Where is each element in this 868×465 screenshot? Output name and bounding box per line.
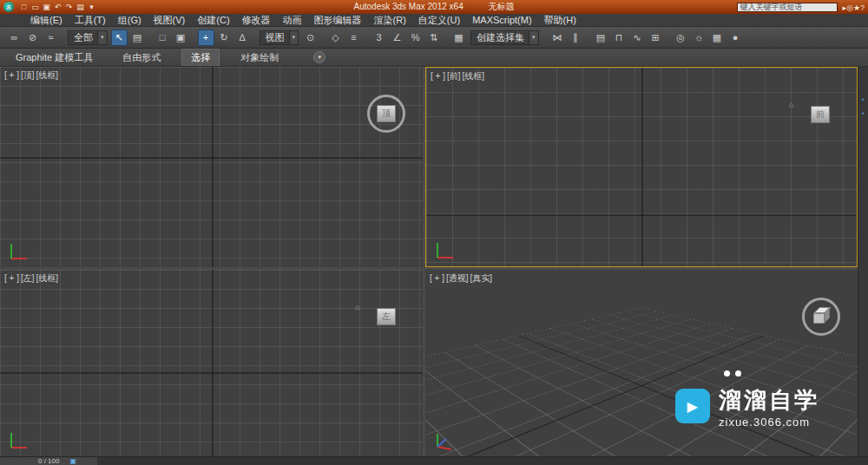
- project-folder-icon[interactable]: ▤: [75, 3, 86, 11]
- viewport-front[interactable]: [ + ][前][线框] ⌂ 前: [425, 67, 858, 267]
- viewcube[interactable]: 顶: [365, 93, 407, 134]
- open-file-icon[interactable]: ▭: [30, 3, 41, 11]
- select-object-icon[interactable]: ↖: [111, 29, 128, 46]
- search-input[interactable]: [737, 3, 838, 12]
- viewcube-face[interactable]: 前: [811, 106, 830, 123]
- menu-item-6[interactable]: 动画: [277, 14, 308, 27]
- select-and-move-icon[interactable]: +: [198, 29, 214, 46]
- viewport-perspective[interactable]: [ + ][透视][真实] ▶ 溜溜自学 zixue.3066.com: [425, 270, 858, 456]
- spinner-snap-icon[interactable]: ⇅: [425, 29, 442, 46]
- rectangular-selection-icon[interactable]: □: [155, 29, 171, 46]
- snap-toggle-icon[interactable]: 3: [371, 29, 387, 46]
- viewport-left[interactable]: [ + ][左][线框] ⌂ 左: [0, 270, 423, 456]
- select-and-scale-icon[interactable]: ∆: [234, 29, 251, 46]
- viewport-shading-menu[interactable]: [线框]: [36, 273, 59, 283]
- new-scene-icon[interactable]: □: [18, 3, 30, 11]
- ribbon-minimize-button[interactable]: ▾: [313, 51, 326, 63]
- menu-item-2[interactable]: 组(G): [112, 14, 148, 27]
- favorites-icon[interactable]: ★: [853, 3, 860, 12]
- viewport-grid: [ + ][顶][线框] 顶 [ + ][前][线框] ⌂ 前: [0, 67, 858, 456]
- edit-named-sets-icon[interactable]: ▦: [450, 29, 467, 46]
- menu-item-10[interactable]: MAXScript(M): [466, 15, 537, 25]
- command-panel-icon-bottom[interactable]: ▪: [862, 110, 865, 117]
- viewcube[interactable]: ⌂ 左: [365, 296, 407, 337]
- select-and-link-icon[interactable]: ∞: [6, 29, 23, 46]
- application-button[interactable]: S: [3, 2, 14, 12]
- select-and-rotate-icon[interactable]: ↻: [216, 29, 233, 46]
- viewport-general-menu[interactable]: [ + ]: [430, 273, 444, 283]
- menu-item-8[interactable]: 渲染(R): [368, 14, 412, 27]
- keyboard-override-icon[interactable]: ≡: [345, 29, 362, 46]
- command-panel-icon-top[interactable]: ▪: [862, 96, 865, 103]
- viewcube-face[interactable]: 左: [377, 308, 396, 325]
- viewcube[interactable]: ⌂ 前: [799, 94, 841, 135]
- viewcube-compass-ring: [367, 95, 405, 133]
- viewport-pov-menu[interactable]: [左]: [21, 273, 35, 283]
- viewport-shading-menu[interactable]: [线框]: [463, 71, 485, 81]
- ribbon-tab-0[interactable]: Graphite 建模工具: [7, 49, 102, 66]
- viewcube-home-icon[interactable]: ⌂: [355, 303, 359, 311]
- communication-center-icon[interactable]: ◎: [846, 3, 853, 12]
- viewport-shading-menu[interactable]: [真实]: [470, 273, 493, 283]
- viewport-shading-menu[interactable]: [线框]: [36, 70, 59, 80]
- window-crossing-icon[interactable]: ▣: [173, 29, 189, 46]
- world-axis-line: [0, 157, 423, 159]
- selection-filter-dropdown[interactable]: 全部▾: [68, 30, 108, 45]
- menu-item-11[interactable]: 帮助(H): [538, 14, 582, 27]
- schematic-view-icon[interactable]: ⊞: [648, 29, 664, 46]
- frame-indicator: 0 / 100: [38, 457, 59, 465]
- track-bar-segment: 0 / 100 ▣: [0, 457, 97, 465]
- save-file-icon[interactable]: ▣: [41, 3, 52, 11]
- material-editor-icon[interactable]: ◎: [673, 29, 689, 46]
- menu-item-4[interactable]: 创建(C): [191, 14, 235, 27]
- menu-item-9[interactable]: 自定义(U): [412, 14, 466, 27]
- ribbon-toggle-icon[interactable]: ⊓: [611, 29, 628, 46]
- document-title: 无标题: [488, 2, 514, 11]
- viewport-pov-menu[interactable]: [透视]: [446, 273, 469, 283]
- reference-coordinate-dropdown[interactable]: 视图▾: [260, 30, 299, 45]
- selection-lock-icon[interactable]: ▣: [69, 457, 76, 465]
- ribbon-tab-1[interactable]: 自由形式: [114, 49, 169, 66]
- viewcube[interactable]: [800, 296, 842, 337]
- viewport-top[interactable]: [ + ][顶][线框] 顶: [0, 67, 423, 267]
- command-panel-strip[interactable]: ▪▪: [858, 67, 868, 456]
- menu-item-0[interactable]: 编辑(E): [24, 14, 69, 27]
- viewport-pov-menu[interactable]: [前]: [447, 71, 461, 81]
- menu-item-1[interactable]: 工具(T): [69, 14, 112, 27]
- viewport-general-menu[interactable]: [ + ]: [431, 71, 445, 81]
- ribbon-tab-2[interactable]: 选择: [181, 49, 220, 66]
- render-setup-icon[interactable]: ☼: [691, 29, 707, 46]
- unlink-selection-icon[interactable]: ⊘: [24, 29, 41, 46]
- viewport-label: [ + ][前][线框]: [431, 70, 486, 82]
- angle-snap-icon[interactable]: ∠: [389, 29, 405, 46]
- ribbon: Graphite 建模工具自由形式选择对象绘制 ▾: [0, 49, 868, 67]
- watermark-brand: 溜溜自学: [719, 389, 819, 412]
- mirror-icon[interactable]: ⋈: [549, 29, 566, 46]
- use-pivot-center-icon[interactable]: ⊙: [302, 29, 319, 46]
- viewcube-home-icon[interactable]: ⌂: [789, 101, 793, 109]
- world-axis-line: [212, 67, 214, 267]
- qat-dropdown-icon[interactable]: ▾: [86, 3, 97, 11]
- undo-icon[interactable]: ↶: [52, 3, 63, 11]
- menu-item-7[interactable]: 图形编辑器: [308, 14, 368, 27]
- render-production-icon[interactable]: ●: [727, 29, 744, 46]
- viewport-pov-menu[interactable]: [顶]: [21, 70, 35, 80]
- rendered-frame-icon[interactable]: ▦: [709, 29, 726, 46]
- select-and-manipulate-icon[interactable]: ◇: [327, 29, 344, 46]
- align-icon[interactable]: ∥: [568, 29, 584, 46]
- help-icon[interactable]: ?: [860, 3, 865, 12]
- menu-item-5[interactable]: 修改器: [236, 14, 277, 27]
- world-axis-line: [426, 214, 857, 216]
- redo-icon[interactable]: ↷: [63, 3, 75, 11]
- named-sets-dropdown[interactable]: 创建选择集▾: [470, 30, 539, 45]
- curve-editor-icon[interactable]: ∿: [629, 29, 646, 46]
- bind-to-space-warp-icon[interactable]: ≈: [43, 29, 59, 46]
- viewport-general-menu[interactable]: [ + ]: [4, 70, 19, 80]
- viewport-general-menu[interactable]: [ + ]: [4, 273, 19, 283]
- percent-snap-icon[interactable]: %: [407, 29, 424, 46]
- ribbon-tab-3[interactable]: 对象绘制: [232, 49, 287, 66]
- layer-manager-icon[interactable]: ▤: [593, 29, 609, 46]
- viewcube-3d-icon[interactable]: [811, 306, 832, 327]
- select-by-name-icon[interactable]: ▤: [129, 29, 146, 46]
- menu-item-3[interactable]: 视图(V): [148, 14, 192, 27]
